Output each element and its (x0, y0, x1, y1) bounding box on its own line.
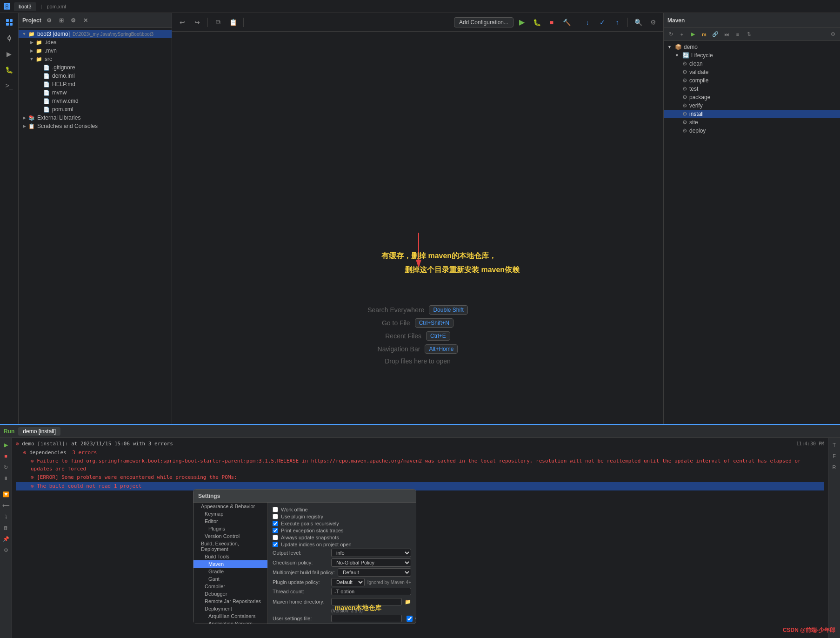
tree-item-boot3[interactable]: ▼ 📁 boot3 [demo] D:\2023\_my Java\mySpri… (19, 30, 172, 38)
maven-run-btn[interactable]: ▶ (688, 29, 698, 40)
maven-home-browse-btn[interactable]: 📁 (405, 597, 411, 607)
paste-btn[interactable]: 📋 (227, 16, 240, 29)
maven-item-validate[interactable]: ⚙ validate (664, 68, 840, 76)
bottom-right-btn1[interactable]: T (829, 440, 840, 450)
select-plugin-update[interactable]: Default (331, 578, 365, 586)
commit-icon[interactable] (2, 31, 17, 46)
maven-item-package[interactable]: ⚙ package (664, 93, 840, 101)
log-row-msg3[interactable]: ⊗ The build could not read 1 project (16, 482, 824, 491)
maven-item-lifecycle[interactable]: ▼ 🔄 Lifecycle (664, 51, 840, 60)
title-tab-boot3[interactable]: boot3 (14, 2, 36, 11)
settings-cat-debugger[interactable]: Debugger (193, 590, 267, 598)
select-output[interactable]: info (331, 549, 411, 557)
input-maven-home[interactable]: C:/2020_softy/Maven_2020/maven_new/apach… (331, 598, 402, 605)
build-btn[interactable]: 🔨 (560, 16, 573, 29)
settings-cat-app-servers[interactable]: Application Servers (193, 620, 267, 624)
run-wrap-btn[interactable]: ⟵ (1, 500, 11, 510)
tree-item-pomxml[interactable]: 📄 pom.xml (19, 105, 172, 114)
maven-item-test[interactable]: ⚙ test (664, 85, 840, 93)
maven-settings-btn[interactable]: ⚙ (828, 29, 838, 40)
select-fail-policy[interactable]: Default (338, 568, 411, 577)
redo-btn[interactable]: ↪ (191, 16, 204, 29)
run-clear-btn[interactable]: 🗑 (1, 523, 11, 533)
panel-gear-icon[interactable]: ⚙ (44, 15, 54, 26)
title-tab-pomxml[interactable]: pom.xml (47, 4, 66, 9)
vcs-update-btn[interactable]: ↓ (581, 16, 594, 29)
settings-cat-gant[interactable]: Gant (193, 575, 267, 583)
check-stack-trace[interactable] (273, 528, 278, 533)
panel-settings-icon[interactable]: ⚙ (68, 15, 79, 26)
run-btn[interactable]: ▶ (515, 16, 528, 29)
tree-item-mvnwcmd[interactable]: 📄 mvnw.cmd (19, 97, 172, 105)
settings-cat-arquillian[interactable]: Arquillian Containers (193, 612, 267, 620)
settings-cat-buildtools[interactable]: Build Tools (193, 553, 267, 560)
settings-cat-keymap[interactable]: Keymap (193, 510, 267, 517)
input-thread-count[interactable] (331, 588, 411, 595)
debug-btn-toolbar[interactable]: 🐛 (530, 16, 543, 29)
run-suspend-btn[interactable]: ⏸ (1, 473, 11, 484)
maven-item-site[interactable]: ⚙ site (664, 118, 840, 127)
run-play-btn[interactable]: ▶ (1, 440, 11, 450)
settings-cat-remote-jar[interactable]: Remote Jar Repositories (193, 598, 267, 605)
maven-list-btn[interactable]: ≡ (733, 29, 743, 40)
check-snapshots[interactable] (273, 535, 278, 540)
tree-item-src[interactable]: ▼ 📁 src (19, 55, 172, 63)
bottom-right-btn3[interactable]: R (829, 462, 840, 472)
stop-btn-toolbar[interactable]: ■ (545, 16, 558, 29)
bottom-right-btn2[interactable]: F (829, 451, 840, 461)
run-config-button[interactable]: Add Configuration... (454, 17, 513, 27)
tree-item-idea[interactable]: ▶ 📁 .idea (19, 38, 172, 47)
search-everywhere-btn[interactable]: 🔍 (632, 16, 645, 29)
run-filter-btn[interactable]: 🔽 (1, 489, 11, 499)
maven-item-demo[interactable]: ▼ 📦 demo (664, 43, 840, 51)
settings-cat-gradle[interactable]: Gradle (193, 568, 267, 575)
run-tab-demo[interactable]: demo [install] (18, 427, 60, 436)
copy-btn[interactable]: ⧉ (212, 16, 225, 29)
check-override-user[interactable] (407, 616, 413, 622)
check-plugin-reg[interactable] (273, 514, 278, 519)
settings-cat-appearance[interactable]: Appearance & Behavior (193, 503, 267, 510)
settings-cat-deployment[interactable]: Deployment (193, 605, 267, 612)
maven-skip-btn[interactable]: ⏭ (721, 29, 732, 40)
settings-cat-editor[interactable]: Editor (193, 517, 267, 525)
run-icon[interactable]: ▶ (2, 47, 17, 61)
tree-item-ext-libs[interactable]: ▶ 📚 External Libraries (19, 114, 172, 122)
tree-item-iml[interactable]: 📄 demo.iml (19, 72, 172, 80)
run-stop-btn[interactable]: ■ (1, 451, 11, 461)
maven-item-deploy[interactable]: ⚙ deploy (664, 127, 840, 135)
check-indices[interactable] (273, 542, 278, 547)
tree-item-gitignore[interactable]: 📄 .gitignore (19, 63, 172, 72)
check-recursive[interactable] (273, 521, 278, 526)
panel-close-icon[interactable]: ✕ (80, 15, 91, 26)
panel-expand-icon[interactable]: ⊞ (56, 15, 67, 26)
settings-cat-plugins[interactable]: Plugins (193, 525, 267, 532)
maven-sort-btn[interactable]: ⇅ (744, 29, 754, 40)
input-user-settings[interactable]: D:\DA\idea\maven\settings.xml (331, 615, 402, 622)
settings-cat-vcs[interactable]: Version Control (193, 532, 267, 540)
run-pin-btn[interactable]: 📌 (1, 534, 11, 544)
vcs-push-btn[interactable]: ↑ (611, 16, 624, 29)
settings-cat-maven[interactable]: Maven (193, 560, 267, 568)
settings-cat-build[interactable]: Build, Execution, Deployment (193, 540, 267, 553)
tree-item-help[interactable]: 📄 HELP.md (19, 80, 172, 88)
terminal-icon[interactable]: >_ (2, 78, 17, 93)
maven-add-btn[interactable]: + (677, 29, 687, 40)
tree-item-scratches[interactable]: ▶ 📋 Scratches and Consoles (19, 122, 172, 130)
debug-icon[interactable]: 🐛 (2, 62, 17, 77)
run-restart-btn[interactable]: ↻ (1, 462, 11, 472)
select-checksum[interactable]: No-Global Policy (331, 558, 411, 567)
maven-item-verify[interactable]: ⚙ verify (664, 101, 840, 110)
check-offline[interactable] (273, 507, 278, 512)
maven-item-clean[interactable]: ⚙ clean (664, 60, 840, 68)
settings-toolbar-btn[interactable]: ⚙ (647, 16, 660, 29)
settings-cat-compiler[interactable]: Compiler (193, 583, 267, 590)
project-icon[interactable] (2, 15, 17, 30)
maven-refresh-btn[interactable]: ↻ (666, 29, 676, 40)
vcs-commit-btn[interactable]: ✓ (596, 16, 609, 29)
run-scroll-btn[interactable]: ⤵ (1, 511, 11, 522)
maven-item-install[interactable]: ⚙ install (664, 110, 840, 118)
undo-btn[interactable]: ↩ (176, 16, 189, 29)
tree-item-mvnw[interactable]: 📄 mvnw (19, 88, 172, 97)
maven-item-compile[interactable]: ⚙ compile (664, 76, 840, 85)
tree-item-mvn[interactable]: ▶ 📁 .mvn (19, 47, 172, 55)
